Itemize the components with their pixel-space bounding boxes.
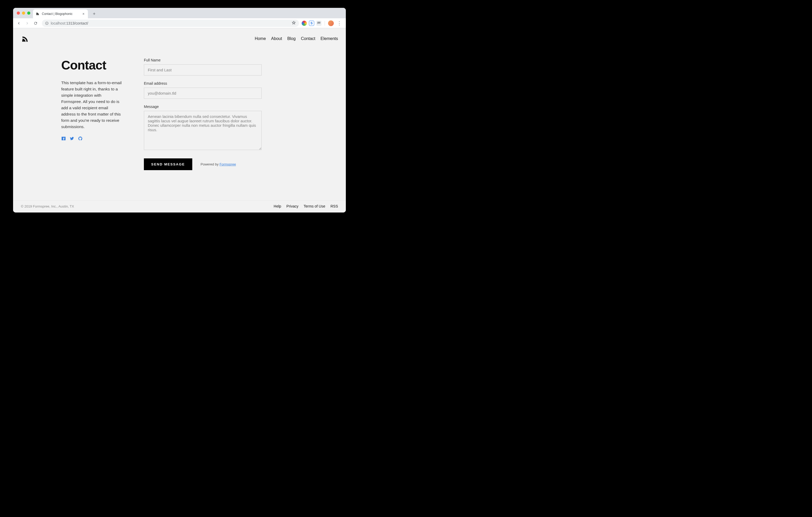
- nav-link-about[interactable]: About: [271, 36, 282, 41]
- nav-link-elements[interactable]: Elements: [320, 36, 338, 41]
- nav-link-home[interactable]: Home: [255, 36, 266, 41]
- github-icon[interactable]: [78, 136, 83, 142]
- address-bar[interactable]: localhost:1313/contact/: [42, 20, 299, 27]
- footer-nav: Help Privacy Terms of Use RSS: [273, 204, 338, 208]
- footer-link-privacy[interactable]: Privacy: [286, 204, 298, 208]
- main-nav: Home About Blog Contact Elements: [255, 36, 338, 41]
- message-label: Message: [144, 104, 262, 109]
- footer-link-rss[interactable]: RSS: [330, 204, 338, 208]
- site-logo-icon[interactable]: [21, 35, 28, 42]
- extension-icon[interactable]: [316, 21, 321, 26]
- page-content: Home About Blog Contact Elements Contact…: [13, 28, 346, 213]
- browser-toolbar: localhost:1313/contact/ S ⋮: [13, 18, 346, 28]
- intro-paragraph: This template has a form-to-email featur…: [61, 80, 123, 130]
- powered-prefix: Powered by: [201, 162, 220, 166]
- intro-column: Contact This template has a form-to-emai…: [13, 58, 134, 213]
- nav-link-blog[interactable]: Blog: [287, 36, 296, 41]
- page-title: Contact: [61, 58, 123, 72]
- window-close-button[interactable]: [17, 11, 20, 14]
- url-host-text: localhost: [51, 21, 65, 25]
- toolbar-divider: [325, 21, 325, 26]
- site-footer: © 2019 Formspree, Inc., Austin, TX Help …: [13, 200, 346, 213]
- extension-icon[interactable]: S: [309, 21, 314, 26]
- reload-button[interactable]: [32, 20, 39, 27]
- footer-link-terms[interactable]: Terms of Use: [304, 204, 325, 208]
- site-info-icon[interactable]: [45, 22, 49, 25]
- new-tab-button[interactable]: +: [90, 10, 98, 18]
- window-controls: [17, 11, 30, 14]
- formspree-link[interactable]: Formspree: [220, 162, 236, 166]
- back-button[interactable]: [15, 20, 23, 27]
- email-input[interactable]: [144, 88, 262, 99]
- browser-window: Contact | Blogophonic × + localhost:1313…: [13, 8, 346, 213]
- toolbar-extensions: S ⋮: [301, 20, 344, 26]
- site-header: Home About Blog Contact Elements: [13, 28, 346, 45]
- powered-by-text: Powered by Formspree: [201, 162, 236, 166]
- bookmark-star-icon[interactable]: [292, 21, 296, 26]
- window-zoom-button[interactable]: [27, 11, 30, 14]
- copyright-text: © 2019 Formspree, Inc., Austin, TX: [21, 204, 74, 208]
- submit-button[interactable]: SEND MESSAGE: [144, 158, 192, 170]
- tab-favicon-icon: [36, 12, 40, 16]
- svg-rect-1: [47, 23, 47, 24]
- forward-button[interactable]: [24, 20, 31, 27]
- profile-avatar[interactable]: [328, 20, 334, 26]
- email-label: Email address: [144, 81, 262, 86]
- url-path-text: :1313/contact/: [65, 21, 88, 25]
- name-input[interactable]: [144, 64, 262, 75]
- window-minimize-button[interactable]: [22, 11, 25, 14]
- url-host: localhost:1313/contact/: [51, 21, 88, 25]
- twitter-icon[interactable]: [69, 136, 74, 142]
- form-footer: SEND MESSAGE Powered by Formspree: [144, 158, 262, 170]
- browser-tab[interactable]: Contact | Blogophonic ×: [33, 9, 88, 18]
- tab-title: Contact | Blogophonic: [42, 12, 80, 16]
- extension-icon[interactable]: [301, 21, 307, 26]
- facebook-icon[interactable]: [61, 136, 66, 142]
- contact-form: Full Name Email address Message SEND MES…: [134, 58, 262, 213]
- browser-menu-icon[interactable]: ⋮: [336, 20, 343, 26]
- browser-tab-bar: Contact | Blogophonic × +: [13, 8, 346, 18]
- svg-rect-2: [47, 22, 47, 23]
- footer-link-help[interactable]: Help: [273, 204, 281, 208]
- social-links: [61, 136, 123, 142]
- nav-link-contact[interactable]: Contact: [301, 36, 315, 41]
- tab-close-icon[interactable]: ×: [82, 12, 85, 16]
- main-content: Contact This template has a form-to-emai…: [13, 45, 346, 213]
- message-textarea[interactable]: [144, 111, 262, 150]
- name-label: Full Name: [144, 58, 262, 62]
